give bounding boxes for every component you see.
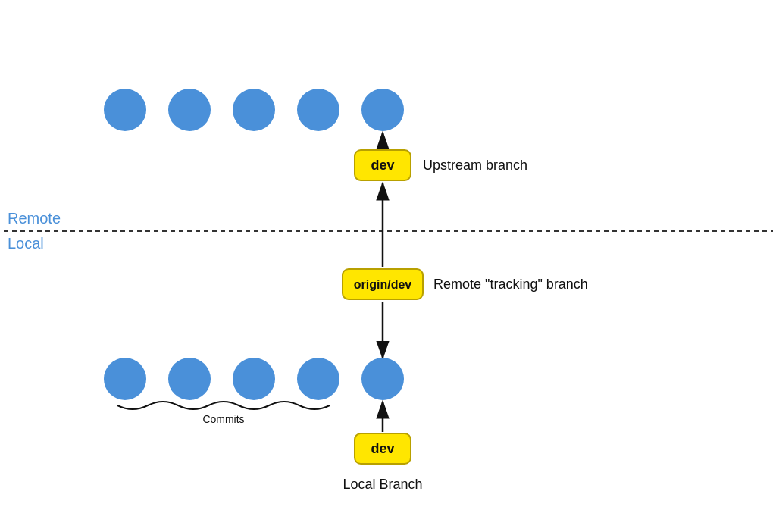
local-label: Local (8, 235, 44, 252)
remote-commit-2 (168, 89, 211, 131)
upstream-branch-label: Upstream branch (423, 158, 527, 173)
upstream-dev-label: dev (371, 158, 394, 173)
page-container: dev Upstream branch Remote Local origin/… (0, 0, 776, 532)
commits-label: Commits (202, 413, 244, 425)
local-commit-3 (233, 358, 275, 400)
remote-commit-3 (233, 89, 275, 131)
local-dev-label: dev (371, 441, 394, 456)
origin-dev-label: origin/dev (354, 278, 412, 291)
remote-commit-1 (104, 89, 146, 131)
diagram-svg: dev Upstream branch Remote Local origin/… (0, 0, 776, 532)
local-commit-5 (361, 358, 404, 400)
tracking-branch-label: Remote "tracking" branch (433, 277, 588, 292)
local-commit-4 (297, 358, 340, 400)
remote-label: Remote (8, 210, 61, 227)
remote-commit-4 (297, 89, 340, 131)
local-commit-2 (168, 358, 211, 400)
local-commit-1 (104, 358, 146, 400)
remote-commit-5 (361, 89, 404, 131)
commits-brace (117, 402, 330, 409)
local-branch-label: Local Branch (343, 477, 422, 492)
